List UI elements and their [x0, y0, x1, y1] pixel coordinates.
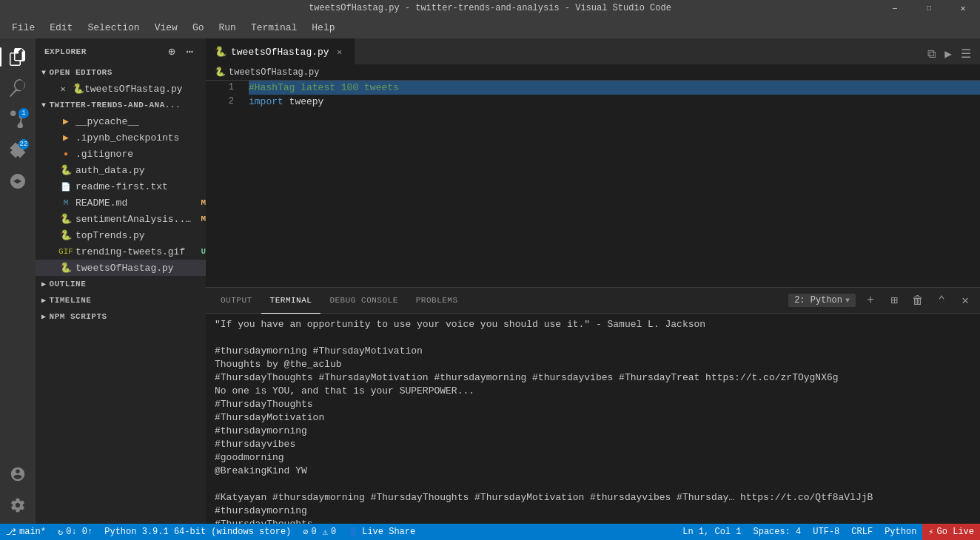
- panel-tab-debug[interactable]: DEBUG CONSOLE: [320, 288, 406, 314]
- file-readme-badge: M: [201, 198, 206, 207]
- tab-py-icon: 🐍: [215, 46, 226, 58]
- run-activity-icon[interactable]: [5, 169, 30, 194]
- terminal-line: [215, 331, 971, 345]
- window-title: tweetsOfHastag.py - twitter-trends-and-a…: [309, 3, 671, 13]
- file-ipynb[interactable]: ▶ .ipynb_checkpoints: [36, 129, 206, 146]
- menu-selection[interactable]: Selection: [81, 19, 145, 36]
- menu-terminal[interactable]: Terminal: [245, 19, 303, 36]
- status-go-live[interactable]: ⚡ Go Live: [922, 524, 980, 540]
- code-editor[interactable]: 1 2 #HashTag latest 100 tweets import tw…: [206, 81, 980, 287]
- status-spaces[interactable]: Spaces: 4: [747, 524, 807, 540]
- open-editor-item[interactable]: ✕ 🐍 tweetsOfHastag.py: [36, 81, 206, 97]
- terminal-content[interactable]: "If you have an opportunity to use your …: [206, 314, 980, 524]
- minimize-button[interactable]: —: [878, 0, 912, 16]
- terminal-line: Thoughts by @the_aclub: [215, 358, 971, 371]
- panel-tab-terminal[interactable]: TERMINAL: [261, 288, 321, 314]
- status-branch[interactable]: ⎇ main*: [0, 524, 52, 540]
- python-selector-label: 2: Python: [794, 295, 842, 306]
- status-sync[interactable]: ↻ 0↓ 0↑: [52, 524, 98, 540]
- more-actions-button[interactable]: ☰: [958, 44, 974, 64]
- run-file-button[interactable]: ▶: [942, 44, 955, 64]
- file-gitignore[interactable]: ● .gitignore: [36, 146, 206, 162]
- activity-bar: 1 22: [0, 38, 36, 524]
- file-sentiment-badge: M: [201, 215, 206, 223]
- file-sentiment-label: sentimentAnalysis....: [75, 214, 196, 225]
- menu-view[interactable]: View: [149, 19, 184, 36]
- sidebar-title: Explorer: [44, 47, 87, 56]
- status-encoding[interactable]: UTF-8: [807, 524, 845, 540]
- python-selector[interactable]: 2: Python ▼: [788, 294, 856, 307]
- trash-terminal-button[interactable]: 🗑: [909, 291, 927, 309]
- split-editor-button[interactable]: ⧉: [924, 44, 939, 64]
- menu-bar: File Edit Selection View Go Run Terminal…: [0, 16, 980, 38]
- status-errors[interactable]: ⊘ 0 ⚠ 0: [297, 524, 342, 540]
- account-activity-icon[interactable]: [5, 462, 30, 487]
- go-live-label: Go Live: [937, 527, 974, 537]
- status-language[interactable]: Python: [879, 524, 922, 540]
- dot-icon: ●: [59, 147, 73, 161]
- file-tweets-hastag[interactable]: 🐍 tweetsOfHastag.py: [36, 260, 206, 276]
- python-version-label: Python 3.9.1 64-bit (windows store): [104, 527, 291, 537]
- more-actions-button[interactable]: ⋯: [182, 44, 197, 59]
- status-line-ending[interactable]: CRLF: [845, 524, 879, 540]
- file-sentiment[interactable]: 🐍 sentimentAnalysis.... M: [36, 211, 206, 227]
- panel-tab-output[interactable]: OUTPUT: [212, 288, 261, 314]
- timeline-chevron: ▶: [41, 296, 47, 305]
- code-content[interactable]: #HashTag latest 100 tweets import tweepy: [243, 81, 980, 287]
- close-panel-button[interactable]: ✕: [956, 291, 974, 309]
- npm-scripts-section[interactable]: ▶ NPM Scripts: [36, 308, 206, 325]
- gif-icon: GIF: [59, 245, 73, 258]
- file-toptrends[interactable]: 🐍 topTrends.py: [36, 227, 206, 243]
- go-live-icon: ⚡: [928, 527, 933, 538]
- sidebar: Explorer ⊕ ⋯ ▼ Open Editors ✕ 🐍 tweetsOf…: [36, 38, 206, 524]
- status-python-version[interactable]: Python 3.9.1 64-bit (windows store): [98, 524, 297, 540]
- split-terminal-button[interactable]: ⊞: [885, 291, 903, 309]
- editor-close-button[interactable]: ✕: [56, 82, 70, 95]
- new-file-button[interactable]: ⊕: [164, 44, 179, 59]
- warning-count: 0: [331, 527, 336, 537]
- code-line-2: import tweepy: [249, 95, 980, 109]
- file-auth-data[interactable]: 🐍 auth_data.py: [36, 162, 206, 178]
- file-readme-first[interactable]: 📄 readme-first.txt: [36, 178, 206, 195]
- warning-icon: ⚠: [323, 527, 328, 538]
- project-folder-section[interactable]: ▼ Twitter-Trends-And-Ana...: [36, 97, 206, 113]
- open-editors-label: Open Editors: [50, 68, 113, 77]
- panel-tab-problems[interactable]: PROBLEMS: [407, 288, 467, 314]
- terminal-line: #thursdayvibes: [215, 438, 971, 451]
- menu-help[interactable]: Help: [306, 19, 340, 36]
- terminal-line: No one is YOU, and that is your SUPERPOW…: [215, 385, 971, 398]
- status-live-share[interactable]: 👤 Live Share: [342, 524, 421, 540]
- maximize-button[interactable]: □: [912, 0, 946, 16]
- search-activity-icon[interactable]: [5, 75, 30, 101]
- file-trending-gif[interactable]: GIF trending-tweets.gif U: [36, 243, 206, 260]
- menu-edit[interactable]: Edit: [44, 19, 78, 36]
- language-label: Python: [885, 527, 916, 537]
- close-button[interactable]: ✕: [946, 0, 980, 16]
- settings-activity-icon[interactable]: [5, 493, 30, 518]
- outline-chevron: ▶: [41, 280, 47, 288]
- terminal-line: #goodmorning: [215, 451, 971, 465]
- add-terminal-button[interactable]: +: [862, 291, 879, 309]
- tab-tweets-hastag[interactable]: 🐍 tweetsOfHastag.py ✕: [206, 38, 355, 64]
- file-readme-md-label: README.md: [75, 198, 196, 209]
- explorer-activity-icon[interactable]: [5, 44, 30, 70]
- tab-close-button[interactable]: ✕: [334, 46, 346, 58]
- source-control-activity-icon[interactable]: 1: [5, 107, 30, 132]
- outline-section[interactable]: ▶ Outline: [36, 276, 206, 292]
- file-readme-md[interactable]: M README.md M: [36, 195, 206, 211]
- timeline-section[interactable]: ▶ Timeline: [36, 292, 206, 308]
- menu-run[interactable]: Run: [212, 19, 241, 36]
- status-cursor[interactable]: Ln 1, Col 1: [677, 524, 747, 540]
- error-icon: ⊘: [303, 527, 308, 538]
- extensions-activity-icon[interactable]: 22: [5, 138, 30, 163]
- file-pycache-label: __pycache__: [75, 116, 206, 127]
- menu-go[interactable]: Go: [187, 19, 210, 36]
- maximize-panel-button[interactable]: ⌃: [933, 291, 950, 309]
- live-share-label: Live Share: [362, 527, 415, 537]
- file-pycache[interactable]: ▶ __pycache__: [36, 113, 206, 129]
- menu-file[interactable]: File: [6, 19, 41, 36]
- open-editors-section[interactable]: ▼ Open Editors: [36, 64, 206, 81]
- file-auth-label: auth_data.py: [75, 165, 206, 176]
- py-icon: 🐍: [59, 261, 73, 274]
- main-layout: 1 22 Explorer ⊕ ⋯: [0, 38, 980, 524]
